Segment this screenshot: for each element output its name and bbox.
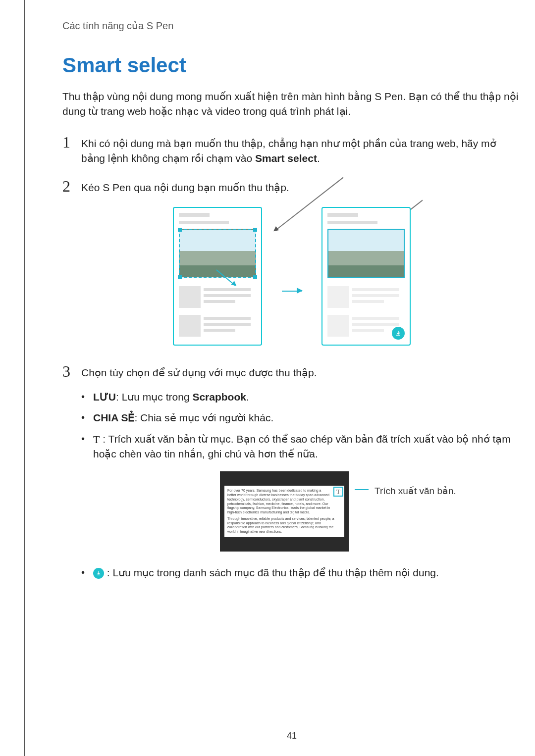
page-number: 41 <box>25 731 535 741</box>
sample-para-1: For over 70 years, Samsung has been dedi… <box>227 489 341 515</box>
bullet-share-tail: : Chia sẻ mục với người khác. <box>134 412 273 423</box>
resize-handle <box>253 228 257 232</box>
sample-para-2: Through innovative, reliable products an… <box>227 517 341 534</box>
step-body: Chọn tùy chọn để sử dụng với mục được th… <box>81 363 521 586</box>
bullet-save-label: LƯU <box>93 391 116 403</box>
captured-image <box>327 229 405 278</box>
placeholder-line <box>352 329 384 332</box>
resize-handle <box>253 275 257 279</box>
callout-label: Trích xuất văn bản. <box>374 484 456 498</box>
bullet-extract-tail: : Trích xuất văn bản từ mục. Bạn có thể … <box>93 433 511 459</box>
intro-paragraph: Thu thập vùng nội dung mong muốn xuất hi… <box>62 89 521 119</box>
placeholder-line <box>327 221 377 224</box>
thumbnail-row <box>327 286 405 308</box>
thumbnail-row <box>179 286 256 308</box>
download-icon <box>93 568 104 579</box>
bullet-extract-text: T : Trích xuất văn bản từ mục. Bạn có th… <box>81 432 521 462</box>
selection-area <box>179 229 256 278</box>
callout-line <box>355 489 369 490</box>
placeholder-line <box>204 329 235 332</box>
placeholder-line <box>204 288 251 291</box>
drag-arrow-icon <box>216 269 236 286</box>
step-3-text: Chọn tùy chọn để sử dụng với mục được th… <box>81 367 317 378</box>
placeholder-line <box>179 221 229 224</box>
placeholder-line <box>352 300 384 303</box>
download-badge-icon <box>392 327 405 340</box>
bullet-collect-tail: : Lưu mục trong danh sách mục đã thu thậ… <box>104 567 439 578</box>
step-number: 2 <box>62 178 73 195</box>
text-extract-button-icon: T <box>333 487 343 497</box>
device-left <box>173 207 262 346</box>
step-body: Khi có nội dung mà bạn muốn thu thập, ch… <box>81 134 521 166</box>
placeholder-line <box>352 288 399 291</box>
step-1-text-b: . <box>317 152 320 164</box>
placeholder-line <box>352 323 399 326</box>
arrow-right-icon <box>282 291 302 292</box>
thumbnail <box>179 315 201 337</box>
placeholder-line <box>204 294 251 297</box>
text-extract-icon: T <box>93 434 100 445</box>
placeholder-line <box>352 317 399 320</box>
bullet-save: LƯU: Lưu mục trong Scrapbook. <box>81 390 521 404</box>
placeholder-line <box>204 300 235 303</box>
text-extract-preview: T For over 70 years, Samsung has been de… <box>220 471 349 552</box>
placeholder-line <box>204 317 251 320</box>
placeholder-line <box>204 323 251 326</box>
thumbnail <box>327 315 349 337</box>
step-body: Kéo S Pen qua nội dung bạn muốn thu thập… <box>81 178 521 195</box>
step-1-bold: Smart select <box>255 152 317 164</box>
bullet-share: CHIA SẺ: Chia sẻ mục với người khác. <box>81 410 521 425</box>
step-1: 1 Khi có nội dung mà bạn muốn thu thập, … <box>62 134 521 166</box>
bullet-save-bold: Scrapbook <box>192 391 246 403</box>
running-header: Các tính năng của S Pen <box>62 20 521 32</box>
figure-text-extract: T For over 70 years, Samsung has been de… <box>220 471 521 552</box>
bullet-save-tail-a: : Lưu mục trong <box>116 391 192 403</box>
device-right <box>321 207 411 346</box>
thumbnail <box>179 286 201 308</box>
bullet-share-label: CHIA SẺ <box>93 412 134 423</box>
bullet-collect-more: : Lưu mục trong danh sách mục đã thu thậ… <box>81 565 521 580</box>
bullet-save-tail-b: . <box>246 391 249 403</box>
resize-handle <box>178 275 182 279</box>
step-number: 3 <box>62 363 73 586</box>
thumbnail-row <box>179 315 256 337</box>
thumbnail <box>327 286 349 308</box>
placeholder-line <box>179 213 210 217</box>
page-title: Smart select <box>62 53 521 77</box>
step-number: 1 <box>62 134 73 166</box>
extracted-text-area: T For over 70 years, Samsung has been de… <box>224 486 344 537</box>
placeholder-line <box>352 294 399 297</box>
resize-handle <box>178 228 182 232</box>
figure-drag-collect <box>62 207 521 346</box>
step-2: 2 Kéo S Pen qua nội dung bạn muốn thu th… <box>62 178 521 195</box>
placeholder-line <box>327 213 358 217</box>
step-3: 3 Chọn tùy chọn để sử dụng với mục được … <box>62 363 521 586</box>
